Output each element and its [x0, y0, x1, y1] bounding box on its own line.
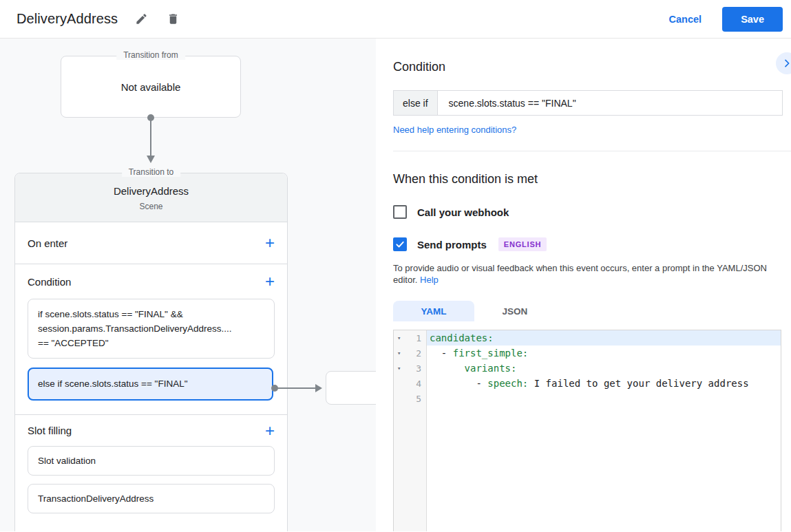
when-condition-heading: When this condition is met — [393, 172, 791, 187]
condition-prefix-label: else if — [394, 91, 438, 115]
save-button[interactable]: Save — [722, 7, 783, 32]
condition-text-line: == "ACCEPTED" — [38, 336, 264, 350]
code-line: candidates: — [427, 330, 781, 345]
transition-to-legend: Transition to — [122, 167, 181, 177]
send-prompts-checkbox[interactable] — [393, 237, 407, 251]
top-bar: DeliveryAddress Cancel Save — [0, 0, 791, 39]
condition-text-line: session.params.TransactionDeliveryAddres… — [38, 321, 264, 336]
slot-filling-label: Slot filling — [28, 425, 72, 436]
check-icon — [395, 240, 405, 249]
help-link[interactable]: Help — [420, 275, 439, 285]
line-number: 3 — [406, 363, 421, 374]
language-badge: ENGLISH — [498, 237, 547, 251]
line-number: 4 — [406, 379, 421, 389]
transition-to-card: Transition to DeliveryAddress Scene On e… — [14, 173, 288, 531]
code-indent: - — [430, 348, 453, 359]
tab-json[interactable]: JSON — [474, 301, 556, 321]
slot-filling-section: Slot filling + Slot validation Transacti… — [15, 415, 287, 513]
code-key: variants: — [465, 363, 517, 374]
diagram-panel: Transition from Not available Transition… — [0, 39, 376, 531]
call-webhook-checkbox[interactable] — [393, 205, 407, 219]
section-divider — [393, 151, 791, 151]
page-title: DeliveryAddress — [17, 11, 118, 27]
on-enter-section: On enter + — [15, 222, 287, 264]
pencil-icon — [135, 12, 148, 25]
connector-line — [150, 118, 151, 156]
on-enter-label: On enter — [28, 237, 67, 249]
code-indent: - — [430, 378, 487, 389]
scene-card-header: DeliveryAddress Scene — [15, 173, 287, 222]
line-number: 1 — [406, 333, 421, 343]
call-webhook-label: Call your webhook — [417, 206, 509, 218]
condition-text-line: if scene.slots.status == "FINAL" && — [38, 307, 264, 321]
condition-item[interactable]: if scene.slots.status == "FINAL" && sess… — [28, 299, 275, 359]
condition-section: Condition + if scene.slots.status == "FI… — [15, 264, 287, 415]
code-indent — [430, 363, 465, 374]
editor-tabs: YAML JSON — [393, 301, 791, 321]
webhook-row: Call your webhook — [393, 205, 791, 219]
code-key: first_simple: — [453, 348, 529, 359]
scene-type-label: Scene — [15, 202, 287, 211]
yaml-code-editor[interactable]: ▾1 ▾2 ▾3 4 5 candidates: - first_simple:… — [393, 330, 781, 531]
condition-text-line: else if scene.slots.status == "FINAL" — [38, 376, 263, 392]
connector-line — [275, 387, 317, 389]
arrow-down-icon — [147, 156, 155, 163]
add-on-enter-button[interactable]: + — [265, 235, 275, 251]
condition-input[interactable]: scene.slots.status == "FINAL" — [438, 91, 782, 115]
code-line — [427, 391, 781, 406]
condition-help-link[interactable]: Need help entering conditions? — [393, 125, 516, 135]
arrow-right-icon — [315, 384, 322, 392]
tab-yaml[interactable]: YAML — [393, 301, 474, 321]
transition-from-legend: Transition from — [116, 50, 185, 60]
scene-name: DeliveryAddress — [15, 185, 287, 197]
condition-label: Condition — [28, 276, 71, 288]
add-condition-button[interactable]: + — [265, 273, 275, 290]
trash-icon — [167, 12, 180, 25]
condition-item-selected[interactable]: else if scene.slots.status == "FINAL" — [28, 368, 273, 401]
fold-arrow-icon[interactable]: ▾ — [397, 365, 406, 372]
delete-button[interactable] — [165, 11, 181, 28]
slot-item[interactable]: Slot validation — [28, 446, 275, 476]
editor-code-area[interactable]: candidates: - first_simple: variants: - … — [427, 330, 781, 531]
condition-detail-panel: Condition else if scene.slots.status == … — [376, 39, 791, 531]
fold-arrow-icon[interactable]: ▾ — [397, 350, 406, 357]
condition-input-row: else if scene.slots.status == "FINAL" — [393, 90, 783, 116]
code-line: - first_simple: — [427, 345, 781, 361]
send-prompts-label: Send prompts — [417, 239, 487, 251]
code-key: candidates: — [430, 332, 494, 343]
cancel-button[interactable]: Cancel — [669, 14, 702, 25]
editor-gutter: ▾1 ▾2 ▾3 4 5 — [394, 330, 427, 531]
code-value: I failed to get your delivery address — [528, 378, 748, 389]
code-line: - speech: I failed to get your delivery … — [427, 376, 781, 391]
add-slot-button[interactable]: + — [265, 423, 275, 439]
transition-target-node[interactable] — [326, 371, 376, 405]
collapse-panel-button[interactable] — [776, 52, 791, 74]
edit-button[interactable] — [133, 11, 149, 28]
scene-editor: DeliveryAddress Cancel Save Transition f… — [0, 0, 791, 532]
prompt-description-text: To provide audio or visual feedback when… — [393, 263, 767, 285]
line-number: 2 — [406, 348, 421, 359]
prompt-description: To provide audio or visual feedback when… — [393, 262, 783, 286]
transition-from-box: Transition from Not available — [61, 56, 241, 118]
fold-arrow-icon[interactable]: ▾ — [397, 334, 406, 341]
slot-item[interactable]: TransactionDeliveryAddress — [28, 484, 275, 513]
transition-from-content: Not available — [121, 81, 181, 93]
line-number: 5 — [406, 394, 421, 404]
code-key: speech: — [487, 378, 528, 389]
code-line: variants: — [427, 361, 781, 376]
send-prompts-row: Send prompts ENGLISH — [393, 237, 791, 251]
panel-title: Condition — [393, 60, 445, 74]
chevron-right-icon — [781, 58, 791, 69]
